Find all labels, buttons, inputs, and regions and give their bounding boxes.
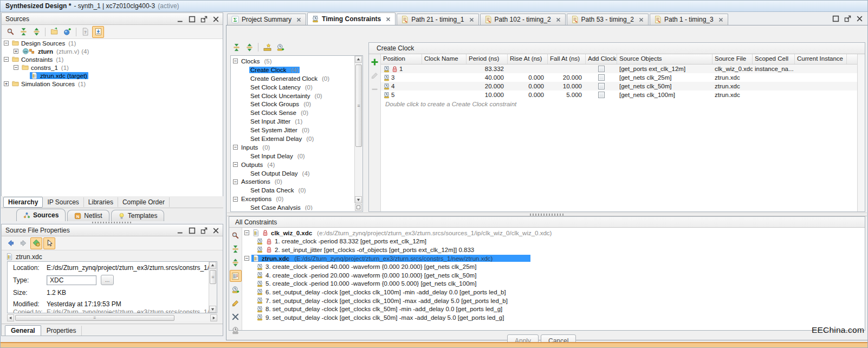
view-tab[interactable]: Compile Order	[118, 197, 170, 207]
close-tab-icon[interactable]	[469, 17, 475, 23]
column-header[interactable]: Clock Name	[422, 54, 467, 64]
expander-icon[interactable]: −	[4, 41, 9, 46]
table-scrollbar[interactable]	[857, 54, 865, 211]
tree-item[interactable]: + ve zturn (zturn.v) (4)	[2, 47, 223, 55]
create-clock-row[interactable]: 4 20.000 0.000 10.000 [get_nets clk_50m]…	[381, 82, 865, 91]
add-clock-checkbox[interactable]	[598, 66, 605, 72]
expander-icon[interactable]: −	[233, 162, 238, 167]
expander-icon[interactable]: +	[14, 49, 18, 54]
collapse-all-button[interactable]	[230, 41, 242, 53]
float-button[interactable]	[200, 15, 207, 22]
add-row-button[interactable]	[369, 56, 381, 68]
column-header[interactable]: Period (ns)	[467, 54, 508, 64]
maximize-button[interactable]	[832, 15, 839, 22]
close-tab-icon[interactable]	[296, 17, 302, 23]
document-tab[interactable]: Path 21 - timing_1	[397, 14, 478, 25]
document-tab[interactable]: Path 53 - timing_2	[567, 14, 649, 25]
panel-resize-grip[interactable]	[1, 221, 223, 223]
constraint-type-item[interactable]: − Assertions (0)	[232, 177, 353, 186]
tree-item[interactable]: ztrun.xdc (target)	[2, 72, 223, 80]
close-button[interactable]	[856, 15, 863, 22]
create-clock-row[interactable]: 1 83.332 [get_ports ext_clk_12m] clk_wiz…	[381, 65, 865, 73]
constraint-row[interactable]: 7. set_output_delay -clock [get_clocks c…	[242, 297, 865, 305]
select-mode-button[interactable]	[43, 237, 55, 249]
column-header[interactable]: Current Instance	[795, 54, 847, 64]
column-header[interactable]: Fall At (ns)	[548, 54, 586, 64]
document-tab[interactable]: Σ Project Summary	[227, 14, 306, 25]
scroll-up-icon[interactable]	[355, 56, 362, 63]
open-file-button[interactable]	[48, 26, 60, 38]
constraint-type-item[interactable]: Set Data Check (0)	[232, 186, 353, 195]
constraint-type-item[interactable]: − Inputs (0)	[232, 143, 353, 152]
constraint-type-item[interactable]: Create Generated Clock (0)	[232, 74, 353, 83]
create-clock-row[interactable]: 3 40.000 0.000 20.000 [get_nets clk_25m]…	[381, 73, 865, 82]
expander-icon[interactable]: −	[233, 197, 238, 202]
constraint-row[interactable]: 3. create_clock -period 40.000 -waveform…	[242, 262, 865, 271]
edit-constraint-button[interactable]	[230, 297, 242, 309]
minimize-button[interactable]	[176, 227, 183, 234]
group-by-source-button[interactable]	[230, 270, 242, 282]
scrollbar-thumb[interactable]	[210, 270, 216, 284]
properties-scrollbar[interactable]	[209, 262, 217, 313]
edit-properties-button[interactable]	[30, 237, 42, 249]
create-clock-row[interactable]: 5 10.000 0.000 5.000 [get_nets clk_100m]…	[381, 91, 865, 99]
properties-tab[interactable]: Properties	[41, 326, 82, 336]
scroll-up-icon[interactable]	[209, 262, 216, 269]
expander-icon[interactable]: −	[244, 256, 249, 261]
create-constraint-button[interactable]	[230, 283, 242, 295]
back-button[interactable]	[4, 237, 16, 249]
constraint-row[interactable]: 8. set_output_delay -clock [get_clocks c…	[242, 305, 865, 313]
view-tab[interactable]: Libraries	[84, 197, 118, 207]
constraint-type-item[interactable]: Set Clock Sense (0)	[232, 108, 353, 117]
search-button[interactable]	[4, 26, 16, 38]
browse-button[interactable]: ...	[101, 275, 114, 285]
close-button[interactable]	[212, 227, 219, 234]
dock-tab[interactable]: Templates	[111, 210, 165, 221]
constraint-type-item[interactable]: − Clocks (5)	[232, 57, 353, 66]
constraint-row[interactable]: 6. set_output_delay -clock [get_clocks c…	[242, 288, 865, 297]
maximize-button[interactable]	[188, 227, 195, 234]
constraint-type-item[interactable]: Set Clock Groups (0)	[232, 100, 353, 108]
expander-icon[interactable]: −	[14, 65, 18, 70]
tree-item[interactable]: − constrs_1 (1)	[2, 63, 223, 72]
expand-all-button[interactable]	[30, 26, 42, 38]
expander-icon[interactable]: −	[233, 59, 238, 63]
tree-scrollbar[interactable]	[354, 56, 362, 203]
help-file-button[interactable]: ?	[79, 26, 91, 38]
delete-constraint-button[interactable]	[230, 311, 242, 323]
add-sources-button[interactable]	[61, 26, 73, 38]
close-tab-icon[interactable]	[555, 17, 561, 23]
expander-icon[interactable]: +	[4, 81, 9, 86]
constraint-row[interactable]: 4. create_clock -period 20.000 -waveform…	[242, 271, 865, 280]
scroll-to-selected-button[interactable]	[92, 26, 104, 38]
close-tab-icon[interactable]	[718, 17, 724, 23]
scroll-left-icon[interactable]	[7, 314, 14, 321]
timing-report-button[interactable]	[230, 324, 242, 336]
search-button[interactable]	[230, 229, 242, 241]
float-button[interactable]	[200, 227, 207, 234]
constraint-type-item[interactable]: Set External Delay (0)	[232, 134, 353, 143]
document-tab[interactable]: Path 102 - timing_2	[480, 14, 566, 25]
scrollbar-thumb[interactable]	[355, 65, 362, 147]
properties-tab[interactable]: General	[5, 325, 41, 336]
scroll-down-icon[interactable]	[209, 306, 216, 313]
expander-icon[interactable]: −	[244, 230, 249, 235]
expand-all-button[interactable]	[230, 256, 242, 268]
constraint-row[interactable]: − ztrun.xdc (E:/ds/Zturn_zynq/project/zt…	[242, 254, 865, 263]
constraint-row[interactable]: 2. set_input_jitter [get_clocks -of_obje…	[242, 246, 865, 254]
float-button[interactable]	[844, 15, 851, 22]
scroll-down-icon[interactable]	[355, 196, 362, 203]
constraint-type-item[interactable]: Set Input Delay (0)	[232, 152, 353, 160]
minimize-button[interactable]	[176, 15, 183, 22]
expander-icon[interactable]: −	[4, 57, 9, 62]
type-input[interactable]: XDC	[47, 275, 96, 285]
constraint-type-item[interactable]: − Outputs (4)	[232, 160, 353, 169]
remove-row-button[interactable]	[369, 83, 381, 95]
collapse-all-button[interactable]	[230, 243, 242, 255]
column-header[interactable]: Add Clock	[586, 54, 617, 64]
constraint-type-item[interactable]: − Exceptions (0)	[232, 195, 353, 203]
horizontal-splitter[interactable]	[227, 212, 867, 216]
close-button[interactable]	[212, 15, 219, 22]
expand-all-button[interactable]	[243, 41, 255, 53]
add-clock-checkbox[interactable]	[598, 83, 605, 89]
